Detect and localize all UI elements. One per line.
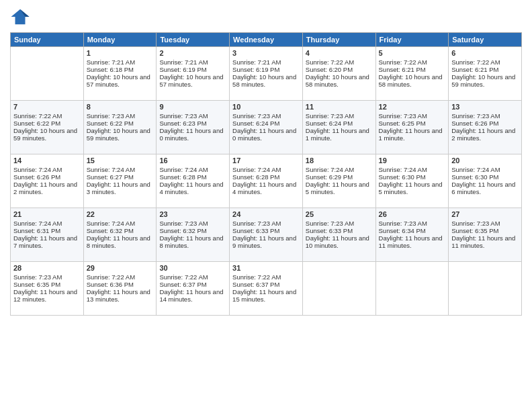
- day-number: 19: [379, 156, 446, 165]
- daylight-text: Daylight: 11 hours and 10 minutes.: [306, 234, 369, 249]
- sunrise-text: Sunrise: 7:23 AM: [232, 220, 281, 227]
- sunset-text: Sunset: 6:35 PM: [13, 281, 60, 288]
- calendar-cell: [302, 262, 375, 316]
- sunrise-text: Sunrise: 7:23 AM: [306, 220, 354, 227]
- sunrise-text: Sunrise: 7:24 AM: [379, 166, 427, 173]
- sunrise-text: Sunrise: 7:23 AM: [232, 112, 281, 120]
- sunrise-text: Sunrise: 7:22 AM: [379, 58, 427, 66]
- sunset-text: Sunset: 6:31 PM: [13, 227, 60, 234]
- day-number: 30: [159, 264, 226, 272]
- day-number: 6: [451, 49, 519, 57]
- sunrise-text: Sunrise: 7:21 AM: [87, 58, 135, 66]
- sunrise-text: Sunrise: 7:24 AM: [13, 166, 62, 173]
- daylight-text: Daylight: 11 hours and 13 minutes.: [87, 288, 150, 303]
- sunset-text: Sunset: 6:22 PM: [87, 120, 134, 127]
- sunrise-text: Sunrise: 7:23 AM: [306, 112, 354, 120]
- calendar-cell: 11 Sunrise: 7:23 AM Sunset: 6:24 PM Dayl…: [302, 101, 375, 154]
- sunset-text: Sunset: 6:19 PM: [232, 66, 279, 73]
- day-number: 9: [159, 103, 226, 111]
- week-row-2: 7 Sunrise: 7:22 AM Sunset: 6:22 PM Dayli…: [11, 101, 522, 154]
- day-number: 23: [159, 210, 226, 218]
- calendar-cell: 19 Sunrise: 7:24 AM Sunset: 6:30 PM Dayl…: [375, 154, 449, 208]
- sunrise-text: Sunrise: 7:24 AM: [451, 166, 500, 173]
- daylight-text: Daylight: 10 hours and 58 minutes.: [306, 73, 369, 88]
- sunset-text: Sunset: 6:24 PM: [306, 120, 353, 127]
- sunset-text: Sunset: 6:23 PM: [159, 120, 206, 127]
- calendar-cell: 13 Sunrise: 7:23 AM Sunset: 6:26 PM Dayl…: [449, 101, 522, 154]
- day-header-monday: Monday: [83, 33, 157, 47]
- daylight-text: Daylight: 11 hours and 2 minutes.: [13, 181, 77, 195]
- daylight-text: Daylight: 10 hours and 58 minutes.: [232, 73, 296, 88]
- calendar-cell: 23 Sunrise: 7:23 AM Sunset: 6:32 PM Dayl…: [157, 208, 230, 262]
- week-row-4: 21 Sunrise: 7:24 AM Sunset: 6:31 PM Dayl…: [11, 208, 522, 262]
- daylight-text: Daylight: 11 hours and 8 minutes.: [87, 234, 150, 249]
- sunset-text: Sunset: 6:29 PM: [306, 173, 353, 181]
- daylight-text: Daylight: 11 hours and 3 minutes.: [87, 181, 150, 195]
- sunset-text: Sunset: 6:28 PM: [232, 173, 279, 181]
- sunrise-text: Sunrise: 7:23 AM: [13, 273, 62, 281]
- calendar-cell: 20 Sunrise: 7:24 AM Sunset: 6:30 PM Dayl…: [449, 154, 522, 208]
- sunset-text: Sunset: 6:27 PM: [87, 173, 134, 181]
- sunrise-text: Sunrise: 7:23 AM: [87, 112, 135, 120]
- sunrise-text: Sunrise: 7:23 AM: [379, 112, 427, 120]
- calendar-cell: [449, 262, 522, 316]
- day-number: 26: [379, 210, 446, 218]
- sunset-text: Sunset: 6:37 PM: [159, 281, 206, 288]
- daylight-text: Daylight: 11 hours and 7 minutes.: [13, 234, 77, 249]
- daylight-text: Daylight: 11 hours and 6 minutes.: [451, 181, 515, 195]
- daylight-text: Daylight: 11 hours and 15 minutes.: [232, 288, 296, 303]
- sunset-text: Sunset: 6:18 PM: [87, 66, 134, 73]
- sunset-text: Sunset: 6:33 PM: [232, 227, 279, 234]
- daylight-text: Daylight: 10 hours and 58 minutes.: [379, 73, 443, 88]
- calendar-cell: 29 Sunrise: 7:22 AM Sunset: 6:36 PM Dayl…: [83, 262, 157, 316]
- sunrise-text: Sunrise: 7:23 AM: [451, 220, 500, 227]
- calendar-cell: 26 Sunrise: 7:23 AM Sunset: 6:34 PM Dayl…: [375, 208, 449, 262]
- sunset-text: Sunset: 6:32 PM: [87, 227, 134, 234]
- calendar-cell: 12 Sunrise: 7:23 AM Sunset: 6:25 PM Dayl…: [375, 101, 449, 154]
- daylight-text: Daylight: 10 hours and 57 minutes.: [87, 73, 150, 88]
- daylight-text: Daylight: 10 hours and 59 minutes.: [451, 73, 515, 88]
- day-number: 24: [232, 210, 300, 218]
- day-number: 14: [13, 156, 81, 165]
- day-number: 11: [306, 103, 373, 111]
- sunset-text: Sunset: 6:26 PM: [13, 173, 60, 181]
- daylight-text: Daylight: 11 hours and 5 minutes.: [306, 181, 369, 195]
- day-header-thursday: Thursday: [302, 33, 375, 47]
- header: [10, 7, 522, 27]
- sunrise-text: Sunrise: 7:24 AM: [87, 166, 135, 173]
- calendar-cell: [375, 262, 449, 316]
- week-row-1: 1 Sunrise: 7:21 AM Sunset: 6:18 PM Dayli…: [11, 47, 522, 101]
- sunset-text: Sunset: 6:35 PM: [451, 227, 498, 234]
- calendar-cell: 1 Sunrise: 7:21 AM Sunset: 6:18 PM Dayli…: [83, 47, 157, 101]
- sunrise-text: Sunrise: 7:22 AM: [159, 273, 208, 281]
- day-number: 27: [451, 210, 519, 218]
- day-number: 4: [306, 49, 373, 57]
- calendar-cell: 25 Sunrise: 7:23 AM Sunset: 6:33 PM Dayl…: [302, 208, 375, 262]
- sunrise-text: Sunrise: 7:22 AM: [232, 273, 281, 281]
- page: SundayMondayTuesdayWednesdayThursdayFrid…: [0, 0, 532, 411]
- sunset-text: Sunset: 6:24 PM: [232, 120, 279, 127]
- calendar-cell: [11, 47, 84, 101]
- calendar-cell: 27 Sunrise: 7:23 AM Sunset: 6:35 PM Dayl…: [449, 208, 522, 262]
- calendar-cell: 7 Sunrise: 7:22 AM Sunset: 6:22 PM Dayli…: [11, 101, 84, 154]
- sunrise-text: Sunrise: 7:23 AM: [451, 112, 500, 120]
- day-number: 5: [379, 49, 446, 57]
- logo-icon: [10, 7, 30, 27]
- daylight-text: Daylight: 10 hours and 57 minutes.: [159, 73, 223, 88]
- daylight-text: Daylight: 11 hours and 11 minutes.: [379, 234, 443, 249]
- calendar-cell: 28 Sunrise: 7:23 AM Sunset: 6:35 PM Dayl…: [11, 262, 84, 316]
- calendar-table: SundayMondayTuesdayWednesdayThursdayFrid…: [10, 32, 522, 316]
- day-header-saturday: Saturday: [449, 33, 522, 47]
- calendar-cell: 31 Sunrise: 7:22 AM Sunset: 6:37 PM Dayl…: [230, 262, 303, 316]
- day-number: 1: [87, 49, 154, 57]
- sunset-text: Sunset: 6:21 PM: [379, 66, 426, 73]
- sunrise-text: Sunrise: 7:22 AM: [87, 273, 135, 281]
- sunset-text: Sunset: 6:19 PM: [159, 66, 206, 73]
- daylight-text: Daylight: 11 hours and 1 minute.: [379, 127, 443, 142]
- day-number: 8: [87, 103, 154, 111]
- calendar-cell: 24 Sunrise: 7:23 AM Sunset: 6:33 PM Dayl…: [230, 208, 303, 262]
- day-number: 28: [13, 264, 81, 272]
- calendar-cell: 17 Sunrise: 7:24 AM Sunset: 6:28 PM Dayl…: [230, 154, 303, 208]
- calendar-cell: 6 Sunrise: 7:22 AM Sunset: 6:21 PM Dayli…: [449, 47, 522, 101]
- sunset-text: Sunset: 6:28 PM: [159, 173, 206, 181]
